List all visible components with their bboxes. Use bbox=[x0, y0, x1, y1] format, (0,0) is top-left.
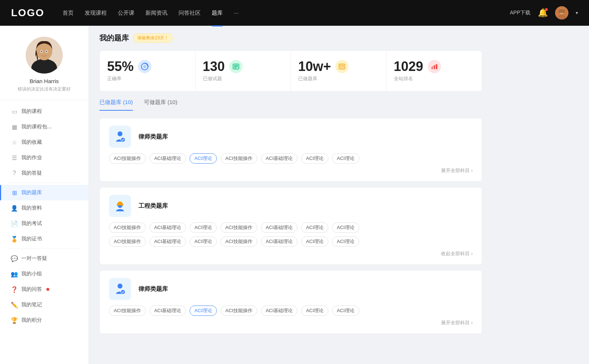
bank-2-expand[interactable]: 展开全部科目 › bbox=[441, 320, 473, 326]
sidebar-profile: Brian Harris 错误的决定比没有决定要好 bbox=[0, 37, 88, 100]
notification-bell[interactable]: 🔔 bbox=[538, 8, 548, 18]
bank-2-tag-4[interactable]: ACI基础理论 bbox=[261, 306, 298, 316]
sidebar-item-course-package[interactable]: ▦ 我的课程包... bbox=[0, 119, 88, 135]
sidebar-item-group[interactable]: 👥 我的小组 bbox=[0, 266, 88, 282]
bank-1-tags-row1: ACI技能操作 ACI基础理论 ACI理论 ACI技能操作 ACI基础理论 AC… bbox=[109, 222, 473, 233]
svg-rect-25 bbox=[436, 64, 437, 69]
nav-home[interactable]: 首页 bbox=[63, 8, 74, 18]
sidebar-item-qa[interactable]: ? 我的答疑 bbox=[0, 165, 88, 181]
rank-icon bbox=[428, 60, 441, 73]
bank-0-tag-5[interactable]: ACI理论 bbox=[301, 153, 328, 164]
stat-rank-top: 1029 bbox=[394, 60, 441, 73]
sidebar-item-one-on-one[interactable]: 💬 一对一答疑 bbox=[0, 251, 88, 266]
bank-2-tag-3[interactable]: ACI技能操作 bbox=[221, 306, 257, 316]
bank-2-tag-6[interactable]: ACI理论 bbox=[332, 306, 359, 316]
bank-1-tag-2[interactable]: ACI理论 bbox=[190, 222, 217, 233]
stat-rank-label: 全站排名 bbox=[394, 75, 413, 82]
bank-1-tag-12[interactable]: ACI理论 bbox=[301, 236, 328, 247]
navbar-right: APP下载 🔔 ▾ bbox=[510, 6, 578, 19]
stat-done-top: 130 bbox=[203, 60, 243, 73]
menu-divider-2 bbox=[7, 249, 81, 249]
bank-0-tag-2[interactable]: ACI理论 bbox=[190, 153, 217, 164]
bank-2-tag-5[interactable]: ACI理论 bbox=[301, 306, 328, 316]
bank-1-tag-6[interactable]: ACI理论 bbox=[332, 222, 359, 233]
avatar-image bbox=[555, 6, 568, 19]
sidebar-item-exam[interactable]: 📄 我的考试 bbox=[0, 216, 88, 231]
bank-2-tag-2[interactable]: ACI理论 bbox=[190, 306, 217, 316]
bank-1-tag-1[interactable]: ACI基础理论 bbox=[149, 222, 186, 233]
profile-motto: 错误的决定比没有决定要好 bbox=[18, 86, 71, 92]
sidebar-item-points[interactable]: 🏆 我的积分 bbox=[0, 313, 88, 328]
bank-1-collapse[interactable]: 收起全部科目 › bbox=[441, 250, 473, 257]
stat-accuracy-label: 正确率 bbox=[107, 75, 121, 82]
question-icon: ? bbox=[11, 170, 18, 176]
sidebar-item-question-bank[interactable]: ⊞ 我的题库 bbox=[0, 185, 88, 200]
chat-icon: 💬 bbox=[11, 255, 18, 262]
svg-rect-23 bbox=[431, 67, 433, 69]
group-icon: 👥 bbox=[11, 271, 18, 277]
document-icon: ☰ bbox=[11, 154, 18, 161]
nav-open-course[interactable]: 公开课 bbox=[118, 8, 134, 18]
question-bank-tabs: 已做题库 (10) 可做题库 (10) bbox=[99, 99, 482, 111]
profile-avatar[interactable] bbox=[26, 37, 63, 74]
app-download-link[interactable]: APP下载 bbox=[510, 10, 530, 16]
nav-news[interactable]: 新闻资讯 bbox=[145, 8, 167, 18]
sidebar-menu: ▭ 我的课程 ▦ 我的课程包... ☆ 我的收藏 ☰ 我的作业 ? 我的答疑 bbox=[0, 100, 88, 332]
bank-0-tag-6[interactable]: ACI理论 bbox=[332, 153, 359, 164]
sidebar-item-favorites[interactable]: ☆ 我的收藏 bbox=[0, 135, 88, 150]
nav-menu: 首页 发现课程 公开课 新闻资讯 问答社区 题库 ··· bbox=[63, 8, 510, 18]
stat-banks-value: 10w+ bbox=[298, 60, 331, 73]
menu-divider-1 bbox=[7, 183, 81, 183]
svg-point-11 bbox=[143, 65, 146, 68]
svg-rect-19 bbox=[340, 65, 342, 67]
bank-0-expand[interactable]: 展开全部科目 › bbox=[441, 167, 473, 174]
bank-2-tags: ACI技能操作 ACI基础理论 ACI理论 ACI技能操作 ACI基础理论 AC… bbox=[109, 306, 473, 316]
sidebar-item-certificate[interactable]: 🏅 我的证书 bbox=[0, 231, 88, 247]
sidebar-item-my-qa[interactable]: ❓ 我的问答 bbox=[0, 282, 88, 297]
bank-2-name: 律师类题库 bbox=[138, 285, 168, 293]
sidebar-item-homework[interactable]: ☰ 我的作业 bbox=[0, 150, 88, 165]
bank-2-tag-1[interactable]: ACI基础理论 bbox=[149, 306, 186, 316]
bank-card-1-header: 工程类题库 bbox=[109, 195, 473, 217]
bank-card-2-header: 律师类题库 bbox=[109, 278, 473, 300]
sidebar-item-my-course[interactable]: ▭ 我的课程 bbox=[0, 104, 88, 119]
bank-0-tag-0[interactable]: ACI技能操作 bbox=[109, 153, 146, 164]
star-icon: ☆ bbox=[11, 139, 18, 146]
nav-question-bank[interactable]: 题库 bbox=[212, 8, 223, 18]
bank-1-tag-9[interactable]: ACI理论 bbox=[190, 236, 217, 247]
bank-0-tag-3[interactable]: ACI技能操作 bbox=[221, 153, 257, 164]
bank-0-tag-4[interactable]: ACI基础理论 bbox=[261, 153, 298, 164]
bank-1-tag-11[interactable]: ACI基础理论 bbox=[261, 236, 298, 247]
bank-1-tag-7[interactable]: ACI技能操作 bbox=[109, 236, 146, 247]
menu-label-my-qa: 我的问答 bbox=[21, 286, 42, 293]
nav-more[interactable]: ··· bbox=[234, 8, 239, 18]
question-mark-icon: ❓ bbox=[11, 286, 18, 293]
bank-1-tag-5[interactable]: ACI理论 bbox=[301, 222, 328, 233]
nav-qa[interactable]: 问答社区 bbox=[179, 8, 201, 18]
stat-rank-value: 1029 bbox=[394, 60, 423, 73]
sidebar-item-profile[interactable]: 👤 我的资料 bbox=[0, 200, 88, 216]
certificate-icon: 🏅 bbox=[11, 236, 18, 242]
svg-rect-17 bbox=[339, 64, 345, 69]
bank-1-tag-0[interactable]: ACI技能操作 bbox=[109, 222, 146, 233]
bank-1-tag-8[interactable]: ACI基础理论 bbox=[149, 236, 186, 247]
user-menu-chevron[interactable]: ▾ bbox=[576, 10, 578, 15]
notification-dot bbox=[545, 8, 548, 11]
tab-done[interactable]: 已做题库 (10) bbox=[99, 99, 133, 110]
tab-available[interactable]: 可做题库 (10) bbox=[144, 99, 177, 110]
sidebar-item-notes[interactable]: ✏️ 我的笔记 bbox=[0, 297, 88, 313]
bank-1-tag-10[interactable]: ACI技能操作 bbox=[221, 236, 257, 247]
bank-1-tag-3[interactable]: ACI技能操作 bbox=[221, 222, 257, 233]
bank-0-tag-1[interactable]: ACI基础理论 bbox=[149, 153, 186, 164]
book-icon: ▭ bbox=[11, 108, 18, 115]
bank-2-tag-0[interactable]: ACI技能操作 bbox=[109, 306, 146, 316]
menu-label-course-package: 我的课程包... bbox=[21, 124, 52, 130]
sidebar: Brian Harris 错误的决定比没有决定要好 ▭ 我的课程 ▦ 我的课程包… bbox=[0, 26, 88, 364]
user-avatar[interactable] bbox=[555, 6, 568, 19]
accuracy-icon bbox=[138, 60, 151, 73]
stat-accuracy-value: 55% bbox=[107, 60, 134, 73]
nav-discover[interactable]: 发现课程 bbox=[85, 8, 107, 18]
bank-1-tag-4[interactable]: ACI基础理论 bbox=[261, 222, 298, 233]
bank-card-0-header: 律师类题库 bbox=[109, 126, 473, 148]
bank-1-tag-13[interactable]: ACI理论 bbox=[332, 236, 359, 247]
